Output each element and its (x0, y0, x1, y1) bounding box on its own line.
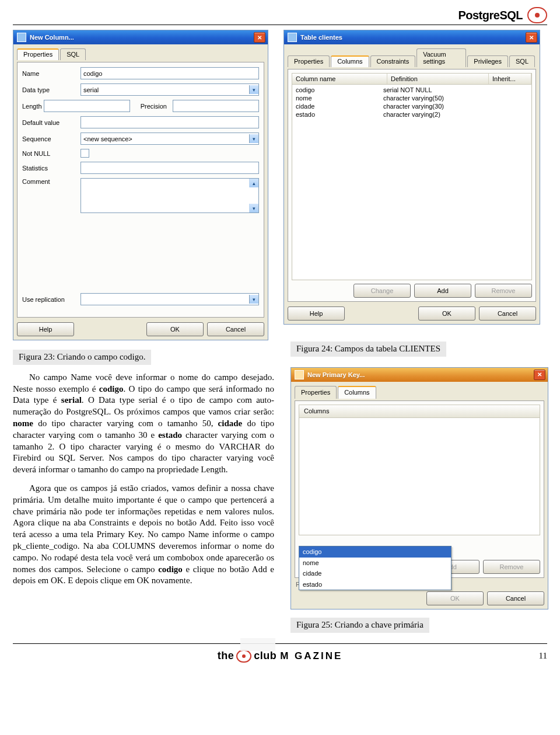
logo-icon (527, 7, 547, 23)
titlebar[interactable]: New Primary Key... ✕ (291, 368, 548, 382)
comment-field[interactable]: ▴▾ (80, 178, 259, 213)
footer-magazine: M GAZINE (280, 650, 342, 662)
columns-list[interactable]: codigoserial NOT NULL nomecharacter vary… (292, 85, 532, 280)
usereplication-select[interactable]: ▾ (80, 293, 259, 305)
table-row[interactable]: codigoserial NOT NULL (292, 86, 531, 94)
col-header-name[interactable]: Column name (292, 74, 387, 84)
ok-button[interactable]: OK (426, 591, 484, 605)
label-statistics: Statistics (22, 165, 80, 172)
statistics-field[interactable] (80, 162, 259, 174)
list-item[interactable]: nome (299, 558, 451, 569)
table-row[interactable]: estadocharacter varying(2) (292, 110, 531, 119)
pk-columns-list[interactable] (299, 418, 540, 535)
article-paragraph: Agora que os campos já estão criados, va… (13, 483, 274, 587)
list-item[interactable]: estado (299, 579, 451, 590)
window-title: Table clientes (300, 34, 526, 41)
tab-properties[interactable]: Properties (17, 48, 59, 60)
label-default: Default value (22, 119, 80, 126)
logo-icon (236, 650, 251, 663)
window-title: New Column... (30, 34, 254, 41)
label-usereplication: Use replication (22, 296, 80, 303)
tabstrip: Properties Columns (295, 385, 544, 399)
pk-columns-header[interactable]: Columns (299, 405, 540, 418)
tab-properties[interactable]: Properties (288, 55, 330, 67)
tab-privileges[interactable]: Privileges (467, 55, 508, 67)
help-button[interactable]: Help (17, 322, 74, 336)
titlebar[interactable]: New Column... ✕ (13, 30, 268, 44)
cancel-button[interactable]: Cancel (487, 591, 544, 605)
remove-button[interactable]: Remove (475, 284, 532, 298)
table-clientes-dialog: Table clientes ✕ Properties Columns Cons… (284, 30, 540, 325)
article-paragraph: No campo Name você deve informar o nome … (13, 372, 274, 476)
figure-caption-23: Figura 23: Criando o campo codigo. (13, 350, 151, 365)
chevron-down-icon[interactable]: ▾ (249, 295, 258, 304)
overlay-box (240, 638, 275, 651)
figure-caption-24: Figura 24: Campos da tabela CLIENTES (290, 342, 446, 357)
window-title: New Primary Key... (307, 371, 534, 379)
precision-field[interactable] (173, 100, 259, 112)
label-comment: Comment (22, 178, 80, 185)
close-icon[interactable]: ✕ (534, 370, 545, 380)
footer-brand-club: club (254, 650, 276, 662)
label-notnull: Not NULL (22, 150, 80, 157)
change-button[interactable]: Change (354, 284, 411, 298)
add-button[interactable]: Add (414, 284, 471, 298)
list-item[interactable]: cidade (299, 568, 451, 579)
tab-sql[interactable]: SQL (60, 48, 86, 60)
tab-sql[interactable]: SQL (509, 55, 535, 67)
close-icon[interactable]: ✕ (254, 32, 265, 43)
sequence-select[interactable]: <new sequence>▾ (80, 133, 259, 145)
chevron-down-icon[interactable]: ▾ (249, 134, 258, 143)
window-icon (295, 370, 304, 379)
chevron-down-icon[interactable]: ▾ (249, 85, 258, 94)
tab-constraints[interactable]: Constraints (370, 55, 416, 67)
cancel-button[interactable]: Cancel (479, 306, 536, 321)
scroll-up-icon[interactable]: ▴ (249, 179, 258, 187)
datatype-select[interactable]: serial▾ (80, 83, 259, 96)
help-button[interactable]: Help (288, 306, 345, 321)
label-name: Name (22, 70, 80, 77)
header-title: PostgreSQL (458, 9, 523, 22)
table-row[interactable]: nomecharacter varying(50) (292, 94, 531, 102)
label-sequence: Sequence (22, 135, 80, 142)
label-datatype: Data type (22, 86, 80, 93)
page-header: PostgreSQL (13, 7, 547, 25)
pk-dropdown-list[interactable]: codigo nome cidade estado (299, 546, 452, 590)
name-field[interactable] (80, 67, 259, 79)
length-field[interactable] (44, 100, 130, 112)
cancel-button[interactable]: Cancel (207, 322, 264, 336)
tab-columns[interactable]: Columns (331, 55, 369, 67)
remove-button[interactable]: Remove (483, 560, 540, 574)
table-row[interactable]: cidadecharacter varying(30) (292, 102, 531, 110)
col-header-inherit[interactable]: Inherit... (489, 74, 531, 84)
window-icon (288, 33, 297, 42)
ok-button[interactable]: OK (418, 306, 475, 321)
scroll-down-icon[interactable]: ▾ (249, 204, 258, 213)
tabstrip: Properties Columns Constraints Vacuum se… (288, 48, 536, 67)
close-icon[interactable]: ✕ (526, 32, 537, 43)
tab-vacuum[interactable]: Vacuum settings (416, 48, 466, 67)
footer-brand-the: the (218, 650, 235, 662)
label-precision: Precision (141, 103, 167, 110)
tabstrip: Properties SQL (17, 48, 264, 60)
label-length: Length (22, 103, 44, 110)
list-item[interactable]: codigo (299, 546, 451, 558)
notnull-checkbox[interactable] (80, 149, 89, 158)
titlebar[interactable]: Table clientes ✕ (284, 30, 540, 44)
col-header-definition[interactable]: Definition (387, 74, 489, 84)
ok-button[interactable]: OK (146, 322, 204, 336)
columns-header: Column name Definition Inherit... (292, 73, 532, 85)
page-footer: the club M GAZINE 11 (13, 643, 547, 666)
figure-caption-25: Figura 25: Criando a chave primária (290, 618, 429, 633)
default-field[interactable] (80, 116, 259, 128)
tab-columns[interactable]: Columns (338, 386, 376, 399)
window-icon (17, 33, 26, 42)
new-column-dialog: New Column... ✕ Properties SQL Name Data… (13, 30, 268, 340)
tab-properties[interactable]: Properties (295, 386, 337, 399)
new-primary-key-dialog: New Primary Key... ✕ Properties Columns … (290, 367, 548, 609)
page-number: 11 (539, 651, 547, 661)
